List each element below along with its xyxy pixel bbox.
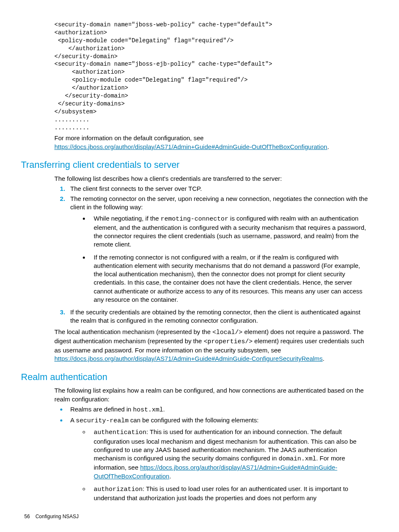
list-item: If the security credentials are obtained… xyxy=(67,308,370,325)
list-item: While negotiating, if the remoting-conne… xyxy=(90,214,370,249)
text: can be configured with the following ele… xyxy=(128,416,258,424)
heading-realm-auth: Realm authentication xyxy=(21,371,370,383)
link-security-realms[interactable]: https://docs.jboss.org/author/display/AS… xyxy=(54,355,323,362)
paragraph: The following list describes how a clien… xyxy=(54,175,370,183)
paragraph: The local authentication mechanism (repr… xyxy=(54,328,370,363)
text: A xyxy=(70,416,76,424)
code: security-realm xyxy=(76,417,128,424)
ordered-list: The client first connects to the server … xyxy=(54,185,370,325)
code: domain.xml xyxy=(279,455,316,463)
footer: 56 Configuring NSASJ xyxy=(24,513,370,520)
code: authorization xyxy=(94,486,143,493)
text: Realms are defined in xyxy=(70,406,133,413)
text: . xyxy=(169,473,171,480)
bullet-list: Realms are defined in host.xml. A securi… xyxy=(54,405,370,503)
text: For more information on the default conf… xyxy=(54,134,204,141)
text: While negotiating, if the xyxy=(94,215,161,222)
code-block: <security-domain name="jboss-web-policy"… xyxy=(54,21,370,131)
paragraph: For more information on the default conf… xyxy=(54,134,370,151)
text: The local authentication mechanism (repr… xyxy=(54,328,212,335)
bullet-list: While negotiating, if the remoting-conne… xyxy=(82,214,370,304)
footer-title: Configuring NSASJ xyxy=(36,514,79,519)
text: . xyxy=(323,355,325,362)
list-item: The remoting connector on the server, up… xyxy=(67,195,370,304)
link-default-config[interactable]: https://docs.jboss.org/author/display/AS… xyxy=(54,143,327,150)
code: host.xml xyxy=(133,406,163,414)
text: . xyxy=(163,406,165,413)
heading-transferring: Transferring client credentials to serve… xyxy=(21,159,370,171)
list-item: Realms are defined in host.xml. xyxy=(67,405,370,414)
list-item: A security-realm can be configured with … xyxy=(67,416,370,502)
sub-bullet-list: authentication: This is used for authent… xyxy=(82,428,370,502)
list-item: authorization: This is used to load user… xyxy=(90,485,370,503)
code: remoting-connector xyxy=(161,216,228,223)
paragraph: The following list explains how a realm … xyxy=(54,386,370,403)
text: . xyxy=(327,143,329,150)
code: <local/> xyxy=(212,329,243,336)
code: <properties/> xyxy=(204,338,253,345)
list-item: The client first connects to the server … xyxy=(67,185,370,193)
page-number: 56 xyxy=(24,514,30,519)
list-item: If the remoting connector is not configu… xyxy=(90,253,370,304)
list-item: authentication: This is used for authent… xyxy=(90,428,370,481)
text: The remoting connector on the server, up… xyxy=(70,195,368,211)
code: authentication xyxy=(94,429,146,436)
